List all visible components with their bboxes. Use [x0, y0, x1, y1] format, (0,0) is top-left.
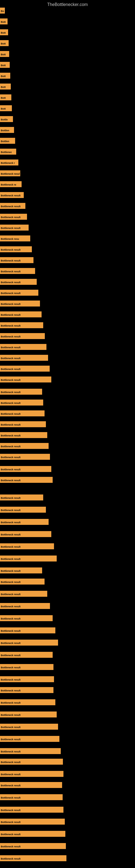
bar-label: Bottleneck result [0, 389, 42, 395]
bar-label: Bottleneck result [0, 192, 24, 198]
bar-item: Bottleneck result [0, 343, 46, 351]
bar-label: Bottleneck r [0, 159, 18, 165]
bar-label: Bott [0, 40, 9, 46]
bar-label: Bottleneck result [0, 495, 43, 500]
bar-item: Bottleneck result [0, 376, 51, 383]
bar-label: Bottleneck result [0, 712, 57, 717]
bar-label: Bottleneck resu [0, 236, 30, 241]
bar-item: Bottleneck result [0, 476, 53, 484]
bar-item: Bottleneck result [0, 639, 58, 646]
bar-item: Bottleneck re [0, 180, 21, 188]
bar-item: Bottleneck result [0, 794, 63, 801]
bar-label: Bottleneck result [0, 410, 45, 416]
bar-label: Bottleneck result [0, 400, 43, 405]
bar-label: Bottleneck result [0, 466, 51, 472]
bar-label: Bott [0, 94, 11, 100]
bar-item: Bottleneck result [0, 675, 54, 683]
bar-item: Bottleneck result [0, 224, 29, 231]
bar-label: Bottleneck result [0, 366, 50, 372]
bar-label: Bottleneck result [0, 507, 46, 513]
bar-item: Bottleneck result [0, 267, 35, 275]
bar-label: Bo [0, 8, 5, 13]
bar-label: Bottleneck result [0, 652, 53, 658]
bar-label: Bottleneck result [0, 676, 54, 682]
bar-label: Bottleneck result [0, 311, 42, 317]
bar-label: Bottleneck result [0, 627, 55, 633]
bar-label: Bottleneck result [0, 279, 37, 285]
bar-item: Bottlen [0, 126, 14, 134]
bar-item: Bottleneck result [0, 711, 57, 718]
bar-item: Bottleneck result [0, 321, 43, 329]
bar-label: Bottleneck result [0, 531, 51, 537]
bar-item: Bottleneck result [0, 758, 63, 766]
bar-item: Bottleneck r [0, 159, 18, 166]
bar-label: Bottleneck resul [0, 170, 20, 176]
bar-label: Bottleneck result [0, 664, 53, 670]
bar-item: Bottleneck result [0, 256, 34, 264]
bar-item: Bott [0, 61, 10, 69]
bar-item: Bottleneck result [0, 723, 58, 731]
bar-label: Bottleneck result [0, 724, 58, 730]
bar-label: Bottleneck result [0, 556, 57, 561]
bar-label: Bottleneck result [0, 818, 65, 825]
bar-item: Bottleneck result [0, 431, 47, 439]
bar-label: Bottleneck result [0, 640, 58, 646]
bar-item: Bott [0, 94, 11, 101]
bar-item: Bottleneck result [0, 453, 50, 461]
bar-label: Bottleneck result [0, 355, 48, 361]
bar-label: Bott [0, 62, 10, 68]
bar-item: Bottleneck result [0, 278, 37, 286]
bar-item: Bottleneck result [0, 465, 51, 473]
bar-label: Bottleneck result [0, 290, 38, 296]
bar-label: Bottleneck result [0, 376, 51, 382]
bar-item: Bottleneck result [0, 388, 42, 396]
bar-label: Bottleneck result [0, 301, 40, 307]
bar-label: Bottle [0, 116, 13, 122]
bar-item: Bott [0, 104, 12, 112]
bar-label: Bottleneck result [0, 421, 46, 427]
bar-label: Bottlen [0, 138, 15, 144]
bar-label: Bottleneck result [0, 432, 47, 438]
bar-item: Bottleneck result [0, 332, 45, 340]
bar-label: Bottleneck result [0, 615, 53, 621]
bar-item: Bottleneck result [0, 818, 65, 826]
bar-item: Bottleneck result [0, 530, 51, 538]
bar-label: Bottleneck result [0, 257, 34, 263]
bar-item: Bottleneck resu [0, 235, 30, 242]
bar-label: Bott [0, 51, 9, 57]
bar-item: Bott [0, 72, 10, 80]
bar-item: Bottleneck result [0, 770, 63, 778]
bar-label: Bottleneck result [0, 246, 32, 252]
bar-item: Bottleneck result [0, 699, 55, 706]
bar-item: Bottleneck result [0, 542, 54, 550]
bar-item: Bott [0, 18, 8, 25]
bar-label: Bottleneck result [0, 782, 62, 788]
bar-item: Bottleneck result [0, 651, 53, 659]
bar-item: Bottleneck result [0, 578, 45, 585]
bar-item: Bottleneck result [0, 506, 46, 514]
bar-label: Bottleneck result [0, 699, 55, 705]
bar-item: Bottleneck result [0, 399, 43, 406]
site-title: TheBottlenecker.com [0, 0, 135, 8]
bar-item: Bottleneck result [0, 686, 53, 694]
bar-label: Bottleneck result [0, 771, 63, 777]
bar-label: Bottleneck result [0, 519, 49, 525]
bar-label: Bottleneck result [0, 225, 29, 230]
bar-item: Bottleneck result [0, 421, 46, 428]
bar-item: Bott [0, 29, 8, 36]
bar-item: Bottleneck result [0, 830, 65, 838]
bar-label: Bottleneck result [0, 454, 50, 460]
bar-item: Bottleneck result [0, 602, 50, 610]
bar-item: Bottleneck result [0, 311, 42, 318]
bar-label: Bott [0, 19, 8, 24]
bar-item: Bottleneck result [0, 855, 66, 862]
bar-label: Bottleneck result [0, 807, 63, 813]
bar-label: Bottleneck result [0, 843, 66, 849]
bar-item: Bott [0, 83, 11, 90]
bar-label: Bottleneck result [0, 333, 45, 339]
bar-item: Bottleneck result [0, 781, 62, 789]
bar-label: Bottleneck result [0, 687, 53, 693]
bar-label: Bottleneck result [0, 477, 53, 483]
bar-item: Bottleneck result [0, 567, 42, 574]
bar-item: Bottleneck result [0, 246, 32, 253]
